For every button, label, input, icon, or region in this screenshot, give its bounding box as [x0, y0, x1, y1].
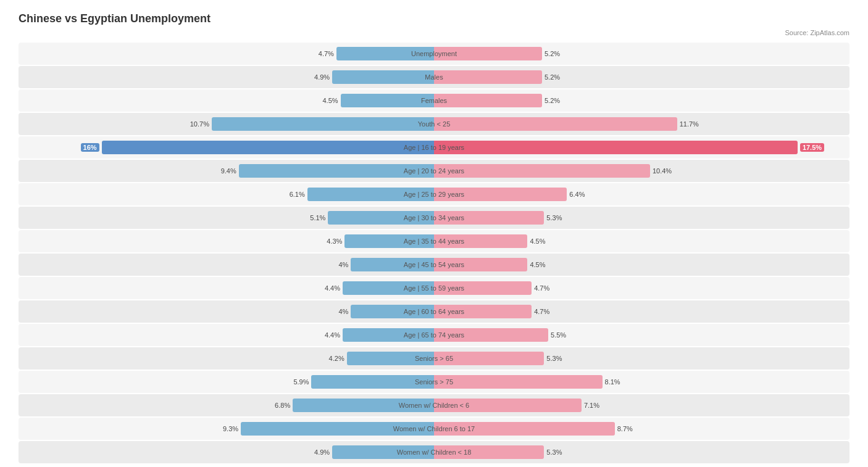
- axis-row: 20.0% 20.0%: [19, 465, 849, 467]
- left-value: 5.1%: [310, 214, 325, 221]
- right-value: 7.1%: [584, 402, 599, 409]
- right-section: 5.3%: [434, 207, 849, 229]
- bar-pink: 5.2%: [434, 47, 542, 60]
- chart-row: 4% Age | 45 to 54 years 4.5%: [19, 254, 849, 276]
- chart-row: 9.3% Women w/ Children 6 to 17 8.7%: [19, 418, 849, 440]
- left-section: 9.3%: [19, 418, 434, 440]
- bar-blue: 4.9%: [332, 445, 434, 459]
- bar-blue: 4.4%: [343, 328, 434, 342]
- right-section: 5.2%: [434, 43, 849, 65]
- chart-row: 4.4% Age | 55 to 59 years 4.7%: [19, 277, 849, 299]
- bar-pink: 5.3%: [434, 445, 544, 459]
- bar-blue: 5.1%: [328, 211, 434, 225]
- chart-row: 4% Age | 60 to 64 years 4.7%: [19, 300, 849, 323]
- bar-pink: 4.5%: [434, 234, 527, 248]
- left-section: 6.8%: [19, 394, 434, 416]
- left-value: 6.1%: [290, 191, 305, 198]
- chart-row: 4.5% Females 5.2%: [19, 89, 849, 112]
- bar-blue: 4%: [351, 258, 434, 271]
- chart-container: 4.7% Unemployment 5.2% 4.9% Males 5.2% 4…: [19, 43, 849, 463]
- left-value: 9.4%: [221, 167, 236, 175]
- right-section: 6.4%: [434, 183, 849, 205]
- bar-blue: 4.4%: [343, 281, 434, 295]
- right-value: 4.5%: [530, 238, 545, 245]
- source-text: Source: ZipAtlas.com: [19, 29, 849, 36]
- chart-row: 4.2% Seniors > 65 5.3%: [19, 347, 849, 370]
- left-value: 6.8%: [275, 402, 290, 409]
- bar-blue: 10.7%: [212, 117, 434, 131]
- left-value: 4.7%: [319, 50, 334, 57]
- right-section: 10.4%: [434, 160, 849, 182]
- chart-row: 6.8% Women w/ Children < 6 7.1%: [19, 394, 849, 416]
- bar-blue: 5.9%: [311, 375, 434, 389]
- right-value: 8.7%: [617, 425, 633, 432]
- right-section: 17.5%: [434, 136, 849, 159]
- right-value: 11.7%: [680, 120, 699, 128]
- right-section: 7.1%: [434, 394, 849, 416]
- bar-pink: 5.3%: [434, 352, 544, 365]
- left-section: 4.7%: [19, 43, 434, 65]
- right-value: 6.4%: [569, 191, 585, 198]
- bar-pink: 17.5%: [434, 141, 798, 154]
- bar-blue: 9.4%: [239, 164, 434, 178]
- right-section: 4.5%: [434, 230, 849, 252]
- right-value: 4.5%: [530, 261, 545, 268]
- chart-row: 4.9% Women w/ Children < 18 5.3%: [19, 441, 849, 463]
- right-value: 5.5%: [551, 331, 566, 339]
- bar-blue: 4.7%: [336, 47, 434, 60]
- chart-row: 4.9% Males 5.2%: [19, 66, 849, 88]
- left-value: 4.9%: [314, 448, 330, 456]
- bar-blue: 4.2%: [347, 352, 434, 365]
- right-section: 4.7%: [434, 300, 849, 323]
- bar-blue: 4%: [351, 305, 434, 318]
- left-section: 10.7%: [19, 113, 434, 135]
- right-value: 5.2%: [545, 97, 560, 104]
- left-section: 4.3%: [19, 230, 434, 252]
- right-section: 4.7%: [434, 277, 849, 299]
- left-value: 4.2%: [329, 355, 344, 362]
- right-value: 4.7%: [534, 284, 549, 292]
- right-section: 5.3%: [434, 441, 849, 463]
- bar-blue: 4.5%: [341, 94, 434, 107]
- bar-blue: 16%: [102, 141, 434, 154]
- right-section: 4.5%: [434, 254, 849, 276]
- bar-blue: 6.1%: [307, 188, 434, 201]
- right-section: 5.2%: [434, 66, 849, 88]
- right-value: 5.2%: [545, 73, 560, 81]
- bar-pink: 6.4%: [434, 188, 567, 201]
- chart-row: 5.1% Age | 30 to 34 years 5.3%: [19, 207, 849, 229]
- bar-pink: 11.7%: [434, 117, 677, 131]
- bar-pink: 5.5%: [434, 328, 548, 342]
- left-section: 4.5%: [19, 89, 434, 112]
- left-value: 4.3%: [327, 238, 342, 245]
- chart-row: 16% Age | 16 to 19 years 17.5%: [19, 136, 849, 159]
- bar-pink: 10.4%: [434, 164, 650, 178]
- chart-row: 9.4% Age | 20 to 24 years 10.4%: [19, 160, 849, 182]
- chart-row: 4.4% Age | 65 to 74 years 5.5%: [19, 324, 849, 346]
- left-value: 4%: [339, 261, 349, 268]
- left-section: 4.2%: [19, 347, 434, 370]
- left-section: 4%: [19, 254, 434, 276]
- left-value: 10.7%: [190, 120, 209, 128]
- right-section: 5.3%: [434, 347, 849, 370]
- right-value: 5.2%: [545, 50, 560, 57]
- left-section: 4%: [19, 300, 434, 323]
- left-value: 4.4%: [325, 331, 340, 339]
- chart-row: 4.3% Age | 35 to 44 years 4.5%: [19, 230, 849, 252]
- right-value: 5.3%: [546, 355, 562, 362]
- right-section: 11.7%: [434, 113, 849, 135]
- bar-blue: 6.8%: [293, 399, 434, 412]
- bar-pink: 5.2%: [434, 70, 542, 84]
- left-section: 9.4%: [19, 160, 434, 182]
- left-value: 9.3%: [223, 425, 238, 432]
- left-value: 4%: [339, 308, 349, 315]
- bar-pink: 4.7%: [434, 305, 532, 318]
- bar-pink: 8.1%: [434, 375, 603, 389]
- right-value: 8.1%: [605, 378, 620, 386]
- left-section: 4.4%: [19, 277, 434, 299]
- bar-pink: 5.3%: [434, 211, 544, 225]
- left-section: 5.1%: [19, 207, 434, 229]
- left-section: 16%: [19, 136, 434, 159]
- right-value: 5.3%: [546, 448, 562, 456]
- right-value: 17.5%: [800, 143, 824, 152]
